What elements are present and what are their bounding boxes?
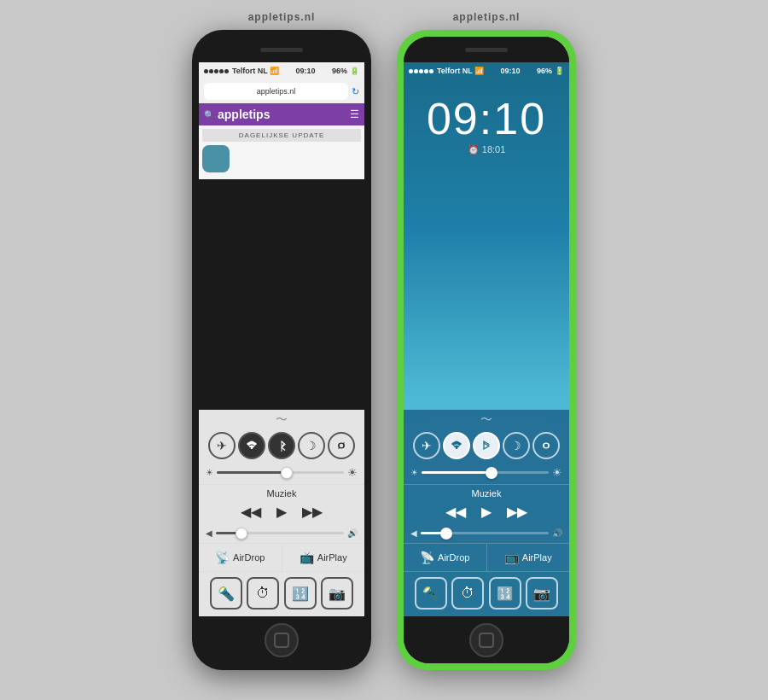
signal-dot-5 [224, 69, 229, 73]
air-row: 📡 AirDrop 📺 AirPlay [199, 543, 364, 571]
update-banner: DAGELIJKSE UPDATE [202, 129, 361, 142]
brightness-slider-row: ☀ ☀ [199, 464, 364, 484]
brightness-track[interactable] [217, 471, 344, 474]
home-button-inner-2 [479, 633, 494, 648]
control-center-1: 〜 ✈ [199, 410, 364, 616]
camera-button-dark[interactable]: 📷 [526, 577, 558, 610]
speaker-slot-2 [465, 48, 508, 52]
site-body: DAGELIJKSE UPDATE [199, 125, 364, 179]
quick-actions-row: 🔦 ⏱ 🔢 📷 [199, 571, 364, 616]
air-row-dark: 📡 AirDrop 📺 AirPlay [404, 543, 569, 571]
lock-alarm-display: ⏰ 18:01 [404, 144, 569, 155]
home-button-1[interactable] [265, 623, 299, 657]
rotation-toggle[interactable] [328, 432, 355, 459]
calculator-button-dark[interactable]: 🔢 [489, 577, 521, 610]
phone-2-top [404, 37, 569, 62]
camera-button[interactable]: 📷 [321, 577, 353, 610]
brightness-slider-row-dark: ☀ ☀ [404, 464, 569, 484]
wifi-icon-dark: 📶 [474, 67, 484, 75]
flashlight-button[interactable]: 🔦 [210, 577, 242, 610]
airplay-button[interactable]: 📺 AirPlay [282, 544, 365, 571]
airplane-toggle-dark[interactable]: ✈ [413, 432, 440, 459]
website-snippet: 🔍 appletips ☰ DAGELIJKSE UPDATE [199, 103, 364, 179]
home-button-2[interactable] [469, 623, 503, 657]
calculator-button[interactable]: 🔢 [284, 577, 317, 610]
brightness-low-icon: ☀ [206, 468, 213, 477]
airplay-icon-dark: 📺 [504, 551, 519, 564]
battery-icon-dark: 🔋 [555, 67, 564, 75]
airplay-icon: 📺 [300, 551, 314, 564]
phone-1-inner: Telfort NL 📶 09:10 96% 🔋 appletips.nl ↻ [199, 37, 364, 663]
music-section: Muziek ◀◀ ▶ ▶▶ [199, 484, 364, 523]
airdrop-button-dark[interactable]: 📡 AirDrop [404, 544, 486, 571]
dnd-toggle[interactable]: ☽ [298, 432, 325, 459]
brightness-thumb-dark [486, 467, 497, 479]
airplane-toggle[interactable]: ✈ [208, 432, 236, 459]
volume-track-dark[interactable] [421, 532, 549, 534]
cc-handle-dark: 〜 [404, 410, 569, 427]
brightness-high-icon-dark: ☀ [552, 466, 562, 479]
battery-icon: 🔋 [350, 67, 359, 75]
airplay-button-dark[interactable]: 📺 AirPlay [486, 544, 570, 571]
music-section-dark: Muziek ◀◀ ▶ ▶▶ [404, 484, 569, 523]
timer-button[interactable]: ⏱ [247, 577, 279, 610]
article-thumb [202, 145, 230, 172]
volume-track[interactable] [216, 532, 344, 534]
search-icon[interactable]: 🔍 [204, 110, 214, 120]
refresh-button[interactable]: ↻ [352, 86, 359, 97]
flashlight-button-dark[interactable]: 🔦 [415, 577, 447, 610]
rotation-toggle-dark[interactable] [532, 432, 560, 459]
brightness-fill-dark [422, 471, 492, 474]
next-button[interactable]: ▶▶ [302, 504, 323, 520]
signal-dot-1 [204, 69, 208, 73]
signal-dot-d4 [424, 69, 428, 73]
status-bar-dark: Telfort NL 📶 09:10 96% 🔋 [404, 62, 569, 79]
phone-2-inner: Telfort NL 📶 09:10 96% 🔋 09:10 ⏰ 18:01 [404, 37, 569, 663]
volume-high-icon-dark: 🔊 [552, 528, 562, 538]
wifi-toggle-dark[interactable] [443, 432, 470, 459]
cc-handle: 〜 [199, 410, 364, 427]
phone-1-bottom [199, 616, 364, 663]
cc-toggles-dark: ✈ ☽ [404, 427, 569, 464]
bluetooth-toggle-dark[interactable] [473, 432, 500, 459]
brightness-track-dark[interactable] [422, 471, 549, 474]
brightness-low-icon-dark: ☀ [410, 468, 418, 477]
cc-toggles: ✈ ☽ [199, 427, 364, 464]
hamburger-icon[interactable]: ☰ [350, 108, 359, 120]
dnd-toggle-dark[interactable]: ☽ [503, 432, 530, 459]
signal-dot-2 [209, 69, 213, 73]
status-bar-light: Telfort NL 📶 09:10 96% 🔋 [199, 62, 364, 79]
url-text: appletips.nl [257, 87, 296, 96]
phone-1-top [199, 37, 364, 62]
volume-thumb-dark [440, 528, 452, 540]
control-center-2: 〜 ✈ [404, 410, 569, 616]
timer-button-dark[interactable]: ⏱ [451, 577, 484, 610]
lock-screen: Telfort NL 📶 09:10 96% 🔋 09:10 ⏰ 18:01 [404, 62, 569, 616]
signal-dot-d3 [419, 69, 423, 73]
play-button[interactable]: ▶ [276, 504, 287, 520]
phone-1: Telfort NL 📶 09:10 96% 🔋 appletips.nl ↻ [192, 30, 371, 670]
airdrop-button[interactable]: 📡 AirDrop [199, 544, 282, 571]
airplay-label: AirPlay [317, 552, 347, 563]
next-button-dark[interactable]: ▶▶ [507, 504, 527, 520]
music-label-dark: Muziek [410, 488, 562, 499]
music-controls-dark: ◀◀ ▶ ▶▶ [410, 504, 562, 520]
carrier-label-dark: Telfort NL [437, 67, 473, 75]
signal-dot-3 [214, 69, 218, 73]
volume-slider-row: ◀ 🔊 [199, 523, 364, 543]
signal-dot-d2 [414, 69, 418, 73]
lock-time-display: 09:10 [404, 96, 569, 141]
clock-display: 09:10 [295, 67, 315, 75]
watermark-1: appletips.nl [192, 11, 371, 23]
brightness-fill [217, 471, 287, 474]
airdrop-icon: 📡 [215, 551, 230, 564]
play-button-dark[interactable]: ▶ [481, 504, 492, 520]
status-right: 96% 🔋 [332, 67, 359, 75]
wifi-toggle[interactable] [238, 432, 265, 459]
bluetooth-toggle[interactable] [268, 432, 295, 459]
status-left: Telfort NL 📶 [204, 67, 279, 75]
prev-button[interactable]: ◀◀ [241, 504, 261, 520]
status-right-dark: 96% 🔋 [537, 67, 564, 75]
url-box[interactable]: appletips.nl [204, 83, 348, 100]
prev-button-dark[interactable]: ◀◀ [445, 504, 466, 520]
